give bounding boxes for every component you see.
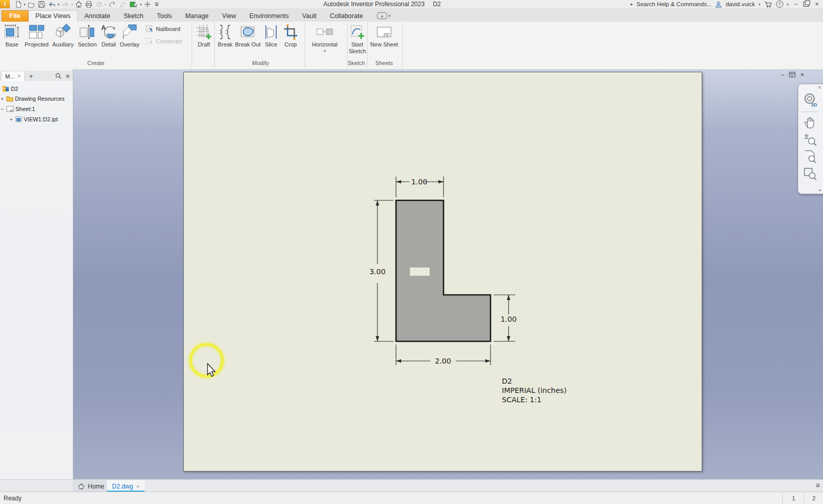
steering-wheel-2d-icon[interactable]: 2D bbox=[802, 92, 818, 108]
redo-dropdown[interactable]: ▾ bbox=[71, 3, 73, 6]
tab-view[interactable]: View bbox=[215, 11, 243, 22]
crop-button[interactable]: Crop bbox=[281, 23, 300, 48]
appearance-swatch-button[interactable] bbox=[129, 1, 139, 8]
tree-item-drawing-resources[interactable]: + Drawing Resources bbox=[0, 93, 73, 103]
detail-view-icon: A bbox=[101, 23, 117, 41]
drawing-sheet[interactable]: 1.00 3.00 1.00 2.00 D2 IMPERIAL (inches)… bbox=[183, 72, 702, 471]
tab-file[interactable]: File bbox=[2, 10, 28, 22]
search-expand-icon[interactable]: ▸ bbox=[630, 2, 633, 7]
home-button[interactable] bbox=[74, 1, 83, 8]
measure-dropdown[interactable]: ▾ bbox=[105, 3, 107, 6]
browser-add-button[interactable]: + bbox=[29, 72, 33, 80]
navbar-options-dropdown[interactable]: ▾ bbox=[819, 188, 821, 193]
break-button[interactable]: Break bbox=[216, 23, 234, 48]
doc-minimize-button[interactable]: − bbox=[781, 71, 784, 78]
inventor-logo-icon[interactable]: I bbox=[0, 0, 10, 8]
pan-hand-icon[interactable] bbox=[803, 116, 817, 129]
navbar-close-icon[interactable]: × bbox=[818, 85, 821, 90]
tab-collaborate[interactable]: Collaborate bbox=[323, 11, 370, 22]
dim-top[interactable]: 1.00 bbox=[411, 178, 427, 186]
minimize-button[interactable]: − bbox=[792, 0, 800, 8]
return-button[interactable] bbox=[107, 1, 117, 8]
tab-environments[interactable]: Environments bbox=[243, 11, 295, 22]
projected-view-button[interactable]: Projected bbox=[23, 23, 50, 48]
new-file-button[interactable] bbox=[14, 1, 23, 8]
measure-button[interactable] bbox=[94, 1, 104, 8]
expander-icon[interactable]: + bbox=[9, 116, 13, 122]
browser-tab-close-icon[interactable]: × bbox=[18, 73, 21, 79]
base-view-button[interactable]: Base bbox=[1, 23, 23, 48]
customize-qat-button[interactable] bbox=[153, 1, 161, 8]
help-icon[interactable]: ? bbox=[776, 1, 783, 8]
svg-text:2D: 2D bbox=[811, 102, 817, 107]
open-button[interactable] bbox=[27, 1, 36, 8]
break-out-button[interactable]: Break Out bbox=[234, 23, 261, 48]
tab-place-views[interactable]: Place Views bbox=[28, 10, 78, 22]
expander-icon[interactable]: − bbox=[0, 106, 5, 112]
auxiliary-view-button[interactable]: Auxiliary bbox=[51, 23, 75, 48]
overlay-view-button[interactable]: Overlay bbox=[118, 23, 141, 48]
horizontal-button[interactable]: Horizontal ▾ bbox=[309, 23, 341, 53]
print-button[interactable] bbox=[84, 1, 93, 8]
help-dropdown[interactable]: ▾ bbox=[787, 3, 789, 6]
nailboard-button[interactable]: Nailboard bbox=[146, 25, 180, 33]
close-button[interactable]: × bbox=[813, 0, 821, 8]
note-line-3[interactable]: SCALE: 1:1 bbox=[502, 396, 542, 404]
tree-item-view1[interactable]: + VIEW1:D2.ipt bbox=[0, 114, 82, 124]
doc-restore-button[interactable] bbox=[789, 72, 796, 77]
tab-manage[interactable]: Manage bbox=[179, 11, 215, 22]
slice-button[interactable]: Slice bbox=[262, 23, 280, 48]
dim-right[interactable]: 1.00 bbox=[500, 315, 516, 323]
doc-tabs-menu-icon[interactable]: ≡ bbox=[816, 481, 820, 490]
start-sketch-button[interactable]: StartSketch bbox=[348, 23, 367, 54]
save-button[interactable] bbox=[37, 1, 46, 8]
browser-tab-model[interactable]: M... × bbox=[1, 71, 25, 81]
tree-root-d2[interactable]: D2 bbox=[0, 84, 75, 93]
document-tab-close-icon[interactable]: × bbox=[136, 483, 139, 490]
new-file-dropdown[interactable]: ▾ bbox=[24, 3, 26, 6]
appearance-dropdown[interactable]: ▾ bbox=[140, 3, 142, 6]
cart-icon[interactable] bbox=[764, 1, 772, 8]
drawing-view: 1.00 3.00 1.00 2.00 D2 IMPERIAL (inches)… bbox=[184, 72, 702, 471]
dim-bottom[interactable]: 2.00 bbox=[435, 357, 451, 365]
move-button[interactable] bbox=[143, 1, 152, 8]
browser-menu-icon[interactable]: ≡ bbox=[66, 73, 70, 80]
connector-button[interactable]: Connector bbox=[146, 37, 182, 45]
tab-tools[interactable]: Tools bbox=[150, 11, 179, 22]
tab-vault[interactable]: Vault bbox=[295, 11, 323, 22]
home-tab[interactable]: Home bbox=[73, 480, 110, 492]
zoom-window-icon[interactable] bbox=[803, 167, 817, 180]
sketch-return-button[interactable] bbox=[118, 1, 128, 8]
expander-icon[interactable]: + bbox=[0, 96, 5, 102]
browser-search-icon[interactable] bbox=[55, 73, 61, 79]
horizontal-dropdown[interactable]: ▾ bbox=[324, 49, 326, 53]
sheet-selector-1[interactable]: 1 bbox=[782, 492, 804, 504]
note-line-2[interactable]: IMPERIAL (inches) bbox=[502, 386, 566, 395]
note-line-1[interactable]: D2 bbox=[502, 377, 512, 385]
ribbon-display-button[interactable]: ▲ ▾ bbox=[377, 12, 391, 22]
tree-item-sheet1[interactable]: − Sheet:1 bbox=[0, 104, 73, 114]
undo-dropdown[interactable]: ▾ bbox=[58, 3, 60, 6]
start-sketch-icon bbox=[350, 23, 365, 41]
document-tab-d2dwg[interactable]: D2.dwg × bbox=[107, 480, 145, 492]
undo-button[interactable] bbox=[47, 1, 57, 8]
ribbon-display-dropdown[interactable]: ▾ bbox=[389, 14, 391, 18]
restore-button[interactable] bbox=[803, 2, 809, 7]
user-name[interactable]: david.vuick bbox=[725, 1, 755, 7]
graphics-window[interactable]: 1.00 3.00 1.00 2.00 D2 IMPERIAL (inches)… bbox=[0, 69, 823, 479]
detail-view-button[interactable]: A Detail bbox=[99, 23, 118, 48]
draft-icon bbox=[196, 23, 212, 41]
section-view-button[interactable]: Section bbox=[76, 23, 99, 48]
tab-sketch[interactable]: Sketch bbox=[117, 11, 150, 22]
redo-button[interactable] bbox=[60, 1, 70, 8]
tab-annotate[interactable]: Annotate bbox=[77, 11, 117, 22]
dim-left[interactable]: 3.00 bbox=[369, 267, 385, 276]
user-dropdown[interactable]: ▾ bbox=[758, 3, 761, 6]
zoom-all-icon[interactable] bbox=[803, 150, 817, 163]
new-sheet-button[interactable]: New Sheet bbox=[369, 23, 400, 48]
sheet-selector-2[interactable]: 2 bbox=[804, 492, 823, 504]
search-help-box[interactable]: Search Help & Commands... bbox=[637, 1, 712, 7]
doc-close-button[interactable]: × bbox=[800, 71, 804, 78]
zoom-icon[interactable] bbox=[803, 133, 817, 146]
draft-button[interactable]: Draft bbox=[193, 23, 215, 48]
